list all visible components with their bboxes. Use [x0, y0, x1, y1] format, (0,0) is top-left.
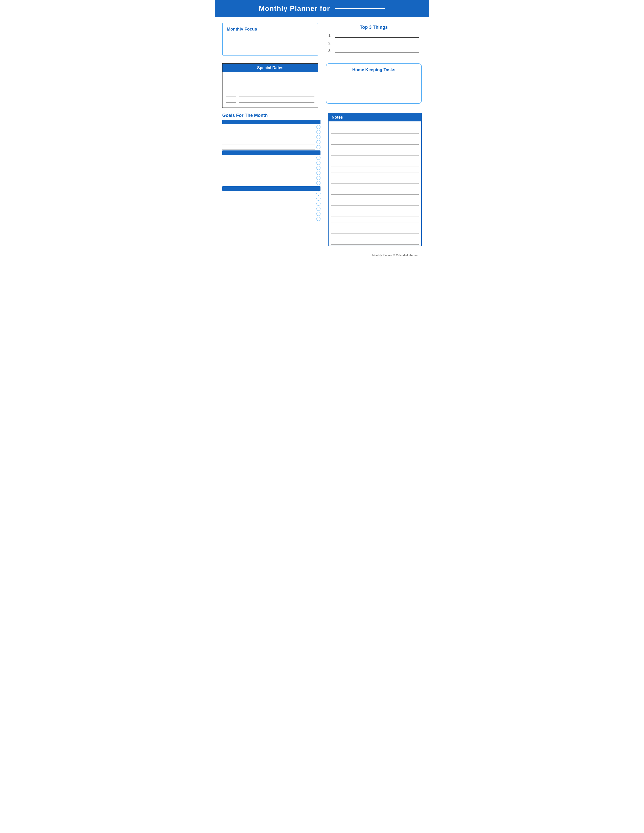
goal-row	[222, 130, 320, 134]
row2: Special Dates Home Keeping Tasks	[215, 63, 429, 108]
goal-circle	[316, 166, 320, 170]
goal-circle	[316, 140, 320, 144]
top3-section: Top 3 Things 1. 2. 3.	[326, 23, 422, 58]
footer-text: Monthly Planner © CalendarLabs.com	[372, 254, 419, 257]
goal-line	[222, 176, 315, 180]
note-line	[331, 228, 419, 233]
top3-list: 1. 2. 3.	[328, 34, 419, 53]
goal-row	[222, 170, 320, 175]
note-line	[331, 239, 419, 244]
goal-circle	[316, 191, 320, 196]
note-line	[331, 150, 419, 156]
goal-line	[222, 212, 315, 216]
home-keeping-box: Home Keeping Tasks	[326, 63, 422, 104]
dates-long-line	[239, 87, 314, 90]
dates-short-line	[226, 75, 236, 78]
list-item: 1.	[328, 34, 419, 38]
goal-circle	[316, 197, 320, 201]
goal-circle	[316, 202, 320, 206]
monthly-focus-box: Monthly Focus	[222, 23, 318, 56]
goal-row	[222, 191, 320, 196]
goal-row	[222, 181, 320, 185]
note-line	[331, 200, 419, 206]
dates-short-line	[226, 99, 236, 103]
top3-col: Top 3 Things 1. 2. 3.	[326, 23, 422, 58]
goal-line	[222, 140, 315, 145]
list-item: 3.	[328, 49, 419, 53]
goals-group-3	[222, 186, 320, 221]
header-underline	[335, 8, 385, 9]
goal-line	[222, 191, 315, 196]
goal-row	[222, 176, 320, 180]
list-line	[335, 34, 419, 38]
note-line	[331, 222, 419, 228]
page: Monthly Planner for Monthly Focus Top 3 …	[215, 0, 429, 278]
goals-group-header	[222, 186, 320, 191]
special-dates-box: Special Dates	[222, 63, 318, 108]
goal-circle	[316, 217, 320, 221]
note-line	[331, 233, 419, 239]
dates-long-line	[239, 75, 314, 78]
header-section: Monthly Planner for	[215, 0, 429, 17]
dates-long-line	[239, 81, 314, 84]
goal-circle	[316, 161, 320, 165]
list-num: 1.	[328, 34, 334, 38]
list-num: 2.	[328, 41, 334, 45]
goals-group-header	[222, 150, 320, 155]
list-line	[335, 42, 419, 45]
goal-line	[222, 135, 315, 139]
dates-row	[226, 75, 314, 78]
dates-row	[226, 81, 314, 84]
goal-row	[222, 166, 320, 170]
notes-col: Notes	[328, 113, 422, 246]
goal-row	[222, 206, 320, 211]
note-line	[331, 161, 419, 167]
goals-group-1	[222, 120, 320, 150]
goal-row	[222, 217, 320, 221]
goal-circle	[316, 135, 320, 139]
goals-group-2	[222, 150, 320, 185]
goal-line	[222, 217, 315, 221]
goal-row	[222, 125, 320, 129]
goal-row	[222, 135, 320, 139]
goal-circle	[316, 130, 320, 134]
special-dates-col: Special Dates	[222, 63, 318, 108]
goals-group-header	[222, 120, 320, 124]
top3-title: Top 3 Things	[328, 25, 419, 30]
dates-row	[226, 87, 314, 90]
goal-circle	[316, 181, 320, 185]
notes-body	[328, 121, 421, 246]
goal-circle	[316, 207, 320, 211]
goal-circle	[316, 171, 320, 175]
goal-line	[222, 156, 315, 160]
note-line	[331, 139, 419, 145]
note-line	[331, 183, 419, 189]
note-line	[331, 122, 419, 128]
header-title: Monthly Planner for	[259, 5, 385, 12]
note-line	[331, 211, 419, 217]
special-dates-header: Special Dates	[222, 64, 318, 72]
goal-circle	[316, 125, 320, 129]
header-title-text: Monthly Planner for	[259, 5, 330, 12]
dates-row	[226, 93, 314, 96]
footer: Monthly Planner © CalendarLabs.com	[215, 251, 429, 259]
goal-row	[222, 201, 320, 206]
note-line	[331, 172, 419, 178]
goal-row	[222, 140, 320, 145]
list-num: 3.	[328, 49, 334, 53]
dates-short-line	[226, 81, 236, 84]
goal-line	[222, 196, 315, 201]
note-line	[331, 128, 419, 133]
note-line	[331, 156, 419, 161]
goal-circle	[316, 156, 320, 160]
row1: Monthly Focus Top 3 Things 1. 2. 3.	[215, 23, 429, 58]
list-item: 2.	[328, 41, 419, 45]
note-line	[331, 133, 419, 139]
note-line	[331, 145, 419, 150]
goal-line	[222, 161, 315, 165]
goal-line	[222, 181, 315, 185]
special-dates-body	[222, 72, 318, 108]
note-line	[331, 167, 419, 172]
goal-circle	[316, 176, 320, 180]
goal-row	[222, 161, 320, 165]
